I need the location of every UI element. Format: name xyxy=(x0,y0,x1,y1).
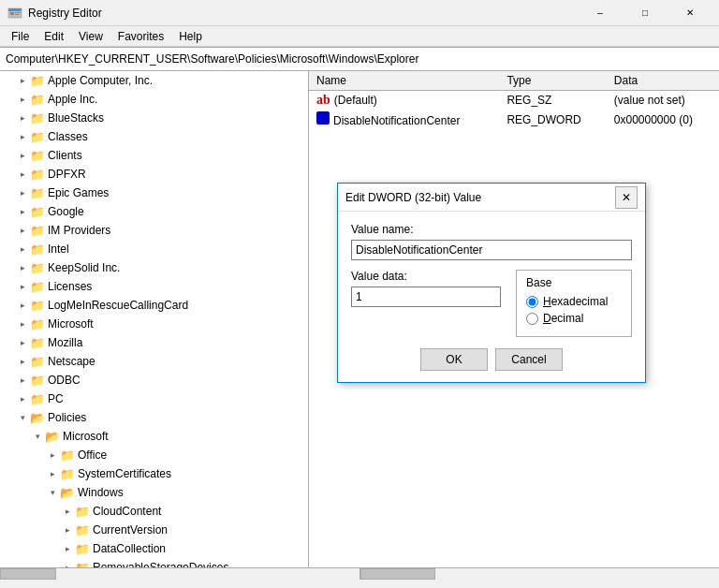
value-data-label: Value data: xyxy=(351,270,501,283)
dialog-close-button[interactable]: ✕ xyxy=(615,186,638,209)
dec-radio[interactable] xyxy=(526,313,538,325)
value-data-input[interactable] xyxy=(351,287,501,307)
edit-dword-dialog: Edit DWORD (32-bit) Value ✕ Value name: … xyxy=(337,183,646,383)
ok-button[interactable]: OK xyxy=(420,348,488,371)
dialog-overlay: Edit DWORD (32-bit) Value ✕ Value name: … xyxy=(0,0,719,588)
hex-label: Hexadecimal xyxy=(543,295,608,308)
base-group: Base Hexadecimal Decimal xyxy=(516,270,632,337)
dec-radio-row[interactable]: Decimal xyxy=(526,312,622,325)
base-label: Base xyxy=(526,276,622,289)
dec-label: Decimal xyxy=(543,312,583,325)
value-name-label: Value name: xyxy=(351,223,632,236)
dialog-buttons: OK Cancel xyxy=(351,348,632,371)
cancel-button[interactable]: Cancel xyxy=(495,348,563,371)
value-data-section: Value data: xyxy=(351,270,501,337)
dialog-title: Edit DWORD (32-bit) Value xyxy=(345,191,481,204)
dialog-data-row: Value data: Base Hexadecimal Decimal xyxy=(351,270,632,337)
value-name-input[interactable] xyxy=(351,240,632,260)
dialog-titlebar: Edit DWORD (32-bit) Value ✕ xyxy=(338,184,645,212)
hex-radio-row[interactable]: Hexadecimal xyxy=(526,295,622,308)
hex-radio[interactable] xyxy=(526,296,538,308)
dialog-body: Value name: Value data: Base Hexadecimal… xyxy=(338,212,645,382)
